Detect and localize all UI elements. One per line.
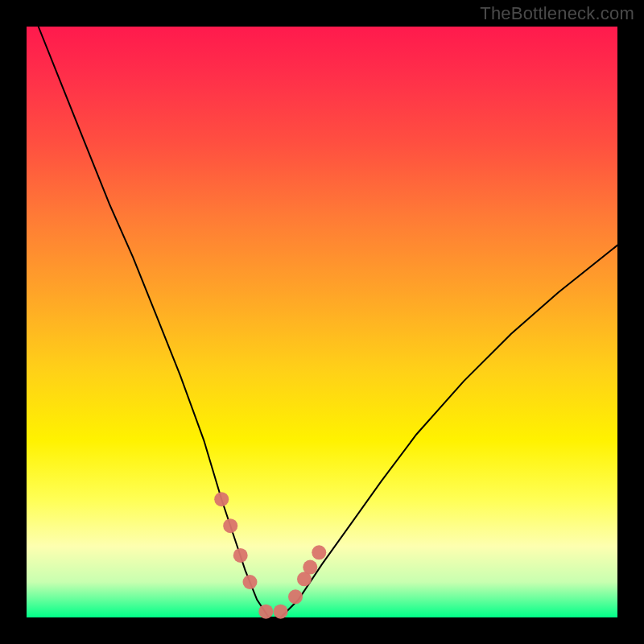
marker-group xyxy=(214,492,326,619)
bottleneck-curve-path xyxy=(39,27,617,617)
curve-marker xyxy=(258,605,273,619)
chart-plot-area xyxy=(27,27,617,617)
curve-marker xyxy=(312,545,326,559)
curve-marker xyxy=(223,518,237,533)
curve-marker xyxy=(288,589,303,604)
curve-marker xyxy=(303,560,317,575)
watermark-text: TheBottleneck.com xyxy=(480,3,634,24)
curve-marker xyxy=(214,492,229,506)
curve-marker xyxy=(243,575,258,589)
curve-marker xyxy=(274,605,288,619)
bottleneck-curve-svg xyxy=(27,27,617,617)
curve-marker xyxy=(233,548,248,563)
